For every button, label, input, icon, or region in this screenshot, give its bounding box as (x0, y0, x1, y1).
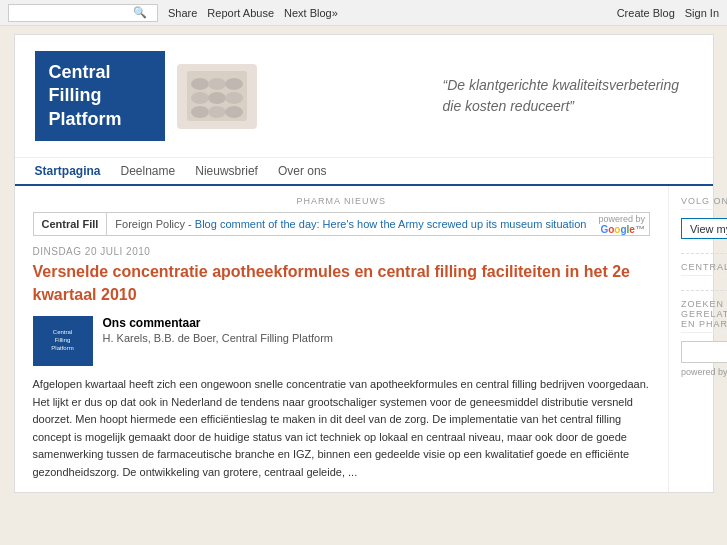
svg-point-7 (191, 106, 209, 118)
linkedin-section-title: VOLG ONS OP LINKEDIN (681, 196, 727, 210)
share-link[interactable]: Share (168, 7, 197, 19)
svg-point-9 (225, 106, 243, 118)
ticker-prefix: Foreign Policy - (115, 218, 194, 230)
svg-point-8 (208, 106, 226, 118)
sidebar: VOLG ONS OP LINKEDIN View my profile on … (669, 186, 727, 491)
nav-nieuwsbrief[interactable]: Nieuwsbrief (195, 164, 258, 178)
logo-line2: Filling (49, 85, 102, 105)
sidebar-divider-1 (681, 253, 727, 254)
blog-header: Central Filling Platform (15, 35, 713, 158)
article-author-title: Ons commentaar (103, 316, 650, 330)
top-search-box[interactable]: 🔍 (8, 4, 158, 22)
sidebar-search-section: ZOEKEN IN HET PLATFORM EN GERELATEERDE L… (681, 299, 727, 377)
main-wrapper: Central Filling Platform (14, 34, 714, 493)
svg-point-1 (191, 78, 209, 90)
nav-deelname[interactable]: Deelname (121, 164, 176, 178)
main-column: PHARMA NIEUWS Central Fill Foreign Polic… (15, 186, 669, 491)
top-search-input[interactable] (13, 7, 133, 19)
svg-point-6 (225, 92, 243, 104)
article-title-link[interactable]: Versnelde concentratie apotheekformules … (33, 263, 631, 302)
sidebar-divider-2 (681, 290, 727, 291)
article-thumb-text: CentralFillingPlatform (51, 329, 73, 352)
linkedin-btn-text: View my profile on (690, 223, 727, 235)
top-nav-links: Share Report Abuse Next Blog» (168, 7, 607, 19)
pills-svg (182, 66, 252, 126)
powered-label-ticker: powered by (598, 214, 645, 224)
article-date: DINSDAG 20 JULI 2010 (33, 246, 650, 257)
powered-by-google-ticker: powered by Google™ (594, 214, 649, 235)
ticker-text: Foreign Policy - Blog comment of the day… (107, 218, 594, 230)
cfn-section: CENTRAL FILLING NIEUWS (681, 262, 727, 276)
report-abuse-link[interactable]: Report Abuse (207, 7, 274, 19)
article-body: Afgelopen kwartaal heeft zich een ongewo… (33, 376, 650, 482)
ticker-link[interactable]: Blog comment of the day: Here's how the … (195, 218, 587, 230)
svg-point-4 (191, 92, 209, 104)
blog-nav: Startpagina Deelname Nieuwsbrief Over on… (15, 158, 713, 186)
article-thumb: CentralFillingPlatform (33, 316, 93, 366)
sidebar-search-title: ZOEKEN IN HET PLATFORM EN GERELATEERDE L… (681, 299, 727, 333)
nav-over-ons[interactable]: Over ons (278, 164, 327, 178)
pharma-nieuws-label: PHARMA NIEUWS (33, 196, 650, 206)
nav-startpagina[interactable]: Startpagina (35, 164, 101, 186)
logo-area: Central Filling Platform (35, 51, 257, 141)
article-title: Versnelde concentratie apotheekformules … (33, 261, 650, 306)
pharma-nieuws-bar: PHARMA NIEUWS (33, 196, 650, 206)
svg-point-2 (208, 78, 226, 90)
article-meta: CentralFillingPlatform Ons commentaar H.… (33, 316, 650, 366)
article-author-box: Ons commentaar H. Karels, B.B. de Boer, … (103, 316, 650, 344)
news-ticker: Central Fill Foreign Policy - Blog comme… (33, 212, 650, 236)
sign-in-link[interactable]: Sign In (685, 7, 719, 19)
content-area: PHARMA NIEUWS Central Fill Foreign Polic… (15, 186, 713, 491)
linkedin-button[interactable]: View my profile on Linkedin (681, 218, 727, 239)
svg-point-5 (208, 92, 226, 104)
top-right-links: Create Blog Sign In (617, 7, 719, 19)
tagline: “De klantgerichte kwaliteitsverbetering … (443, 75, 693, 117)
cfn-section-title: CENTRAL FILLING NIEUWS (681, 262, 727, 276)
logo-line1: Central (49, 62, 111, 82)
powered-label-sidebar: powered by (681, 367, 727, 377)
logo-text-box: Central Filling Platform (35, 51, 165, 141)
sidebar-search-row: Search (681, 341, 727, 363)
powered-sidebar: powered by Google™ (681, 367, 727, 377)
search-icon: 🔍 (133, 6, 147, 19)
top-bar: 🔍 Share Report Abuse Next Blog» Create B… (0, 0, 727, 26)
google-logo-ticker: Google™ (600, 224, 644, 235)
sidebar-search-input[interactable] (681, 341, 727, 363)
logo-line3: Platform (49, 109, 122, 129)
logo-pills (177, 64, 257, 129)
svg-point-3 (225, 78, 243, 90)
next-blog-link[interactable]: Next Blog» (284, 7, 338, 19)
create-blog-link[interactable]: Create Blog (617, 7, 675, 19)
ticker-source: Central Fill (34, 213, 108, 235)
article-author-name: H. Karels, B.B. de Boer, Central Filling… (103, 332, 650, 344)
linkedin-section: VOLG ONS OP LINKEDIN View my profile on … (681, 196, 727, 239)
